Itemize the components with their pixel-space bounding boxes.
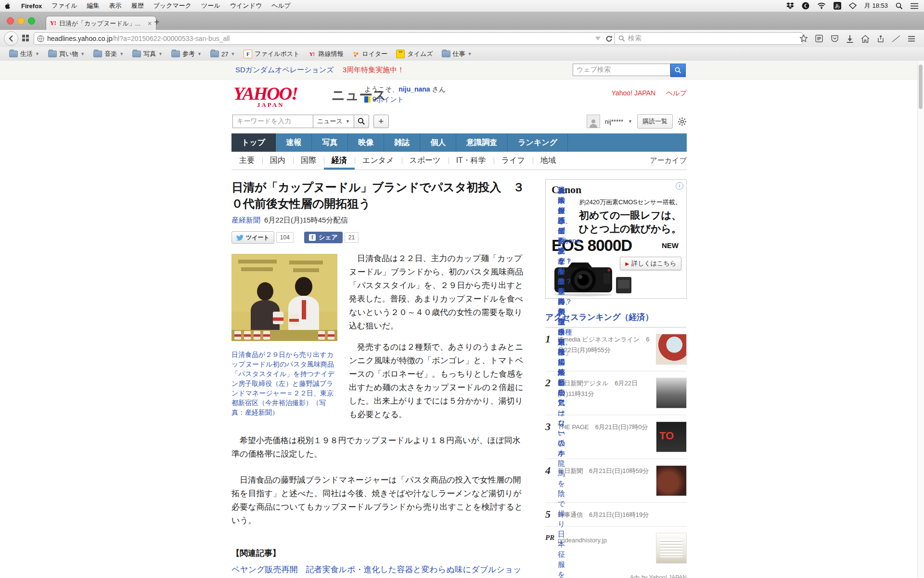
web-search-input[interactable]: ウェブ検索 [573,64,670,76]
url-bar[interactable]: headlines.yahoo.co.jp/hl?a=20150622-0000… [34,32,616,45]
subnav-sports[interactable]: スポーツ [402,152,449,170]
share-icon[interactable] [876,34,886,43]
facebook-share-button[interactable]: f シェア [304,232,343,243]
tab-survey[interactable]: 意識調査 [456,133,508,152]
ranking-item[interactable]: 5 かつお節、ピンチ＝南太平洋、入漁料負担に 時事通信 6月21日(日)16時1… [545,503,687,526]
add-search-button[interactable]: + [373,115,389,128]
site-identity-globe-icon[interactable] [37,35,44,42]
tab-close-icon[interactable]: ✕ [147,20,152,27]
ad-info-icon[interactable]: i [676,182,683,190]
scrollbar[interactable] [917,61,924,578]
pr-link[interactable]: 日本が征服されなかった真の理由｜明治維新のヒーロー坂本龍馬を陰で操り日本征服を企… [558,185,564,191]
subnav-life[interactable]: ライフ [494,152,533,170]
subnav-domestic[interactable]: 国内 [262,152,293,170]
bookmark-transit[interactable]: Y!路線情報 [304,50,347,58]
bookmark-folder-shopping[interactable]: 買い物▼ [44,50,89,58]
menu-item-view[interactable]: 表示 [104,1,127,10]
archive-link[interactable]: アーカイブ [650,152,687,170]
tab-top[interactable]: トップ [231,133,276,152]
spotlight-icon[interactable] [896,2,903,10]
subnav-main[interactable]: 主要 [231,152,262,170]
account-dropdown-icon[interactable]: ▼ [628,119,632,124]
dropbox-icon[interactable] [786,2,794,9]
yahoo-news-logo[interactable]: YAHOO! JAPAN ニュース [233,84,386,103]
ranking-pr-item[interactable]: PR 日本が征服されなかった真の理由｜明治維新のヒーロー坂本龍馬を陰で操り日本征… [545,526,687,570]
window-minimize-button[interactable] [17,17,25,25]
search-scope-select[interactable]: ニュース▼ [313,115,354,128]
promo-highlight[interactable]: 3周年特集実施中！ [343,66,404,74]
notification-center-icon[interactable] [911,3,918,9]
ranking-thumbnail[interactable] [656,378,687,408]
scrollbar-thumb[interactable] [919,65,923,109]
related-link[interactable]: ペヤング販売再開 記者実食ルポ・進化した容器と変わらぬ味にダブルショック [231,564,527,578]
keyword-search-input[interactable]: キーワードを入力 [232,115,313,128]
help-link[interactable]: ヘルプ [666,89,687,98]
creative-cloud-icon[interactable] [802,2,809,10]
menu-item-window[interactable]: ウインドウ [225,1,267,10]
downloads-icon[interactable] [845,34,855,43]
menu-hamburger-icon[interactable] [907,34,916,43]
tab-ranking[interactable]: ランキング [508,133,568,152]
article-photo[interactable] [231,254,337,341]
username-link[interactable]: niju_nana [398,85,430,93]
wifi-icon[interactable] [817,2,826,9]
ranking-thumbnail[interactable] [656,334,687,365]
news-search-button[interactable] [354,115,369,128]
tab-magazine[interactable]: 雑誌 [384,133,420,152]
photo-caption-link[interactable]: 日清食品が２９日から売り出すカップヌードル初のパスタ風味商品「パスタスタイル」を… [231,350,337,417]
new-tab-button[interactable]: + [154,17,160,27]
tab-photo[interactable]: 写真 [312,133,348,152]
tweet-button[interactable]: ツイート [231,231,274,244]
url-dropdown-icon[interactable] [595,37,601,40]
bookmark-times[interactable]: ≡≡タイムズ [392,50,437,58]
menu-item-bookmarks[interactable]: ブックマーク [149,1,197,10]
ranking-thumbnail[interactable] [656,421,687,452]
bookmark-filepost[interactable]: Fファイルポスト [239,50,304,58]
menu-item-edit[interactable]: 編集 [82,1,104,10]
subnav-entertainment[interactable]: エンタメ [355,152,402,170]
ranking-thumbnail[interactable] [656,465,687,496]
diamond-menu-icon[interactable] [849,2,857,9]
tab-video[interactable]: 映像 [348,133,384,152]
article-source-link[interactable]: 産経新聞 [231,216,260,224]
menu-item-tools[interactable]: ツール [196,1,225,10]
subnav-world[interactable]: 国際 [293,152,324,170]
browser-tab[interactable]: Y! 日清が「カップヌードル」... ✕ [46,16,156,30]
points-link[interactable]: 0ポイント [372,94,404,105]
account-id[interactable]: nij***** [605,118,623,125]
ranking-item[interactable]: 3 元本保証でおトク？ トヨタの新型「種類株」に落とし穴はないのか THE PA… [545,415,687,459]
bookmark-folder-reference[interactable]: 参考▼ [167,50,206,58]
yahoo-japan-link[interactable]: Yahoo! JAPAN [612,89,655,98]
tab-groups-icon[interactable] [22,35,29,41]
apple-menu-icon[interactable] [0,2,16,10]
window-zoom-button[interactable] [28,17,35,25]
web-search-button[interactable] [670,64,686,77]
input-method-icon[interactable]: あ [834,2,841,10]
ranking-item[interactable]: 4 ＜スマホ＞iPhone安くなる？ＳＩＭフリーは得か損か 毎日新聞 6月21日… [545,459,687,503]
window-close-button[interactable] [7,17,14,25]
menu-bar-clock[interactable]: 月 18:53 [864,1,888,10]
menu-item-help[interactable]: ヘルプ [267,1,295,10]
ads-by-label[interactable]: Ads by Yahoo! JAPAN [545,570,687,578]
pr-thumbnail[interactable] [656,533,687,564]
back-button[interactable] [4,31,18,46]
bookmark-reuters[interactable]: ロイター [347,50,392,58]
bookmark-star-icon[interactable] [799,34,808,43]
home-icon[interactable] [860,34,870,43]
bookmark-folder-27[interactable]: 27▼ [206,51,239,58]
tab-personal[interactable]: 個人 [420,133,456,152]
menu-item-firefox[interactable]: Firefox [16,2,47,10]
subscriptions-button[interactable]: 購読一覧 [637,114,673,129]
settings-gear-icon[interactable] [678,117,687,126]
pocket-icon[interactable] [830,34,839,43]
subnav-economy[interactable]: 経済 [324,152,355,170]
tab-flash[interactable]: 速報 [276,133,312,152]
browser-search-field[interactable]: 検索 [614,32,803,45]
menu-item-file[interactable]: ファイル [47,1,82,10]
menu-item-history[interactable]: 履歴 [127,1,149,10]
avatar[interactable] [587,115,600,128]
bookmark-folder-life[interactable]: 生活▼ [5,50,44,58]
reload-icon[interactable] [605,35,613,42]
promo-link[interactable]: SDガンダムオペレーションズ [235,66,334,74]
subnav-it-science[interactable]: IT・科学 [449,152,494,170]
